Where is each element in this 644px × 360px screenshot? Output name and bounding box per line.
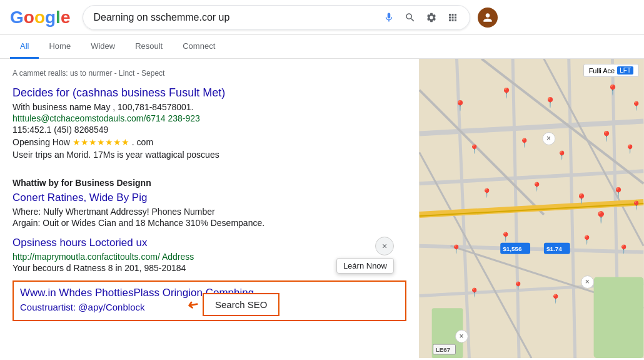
svg-text:$1.74: $1.74	[546, 245, 562, 252]
logo-letter-o1: o	[24, 8, 34, 28]
svg-text:📍: 📍	[481, 188, 493, 198]
result-2-desc1: Where: Nulfy Whertmant Addressy! Phones …	[13, 207, 406, 217]
logo-letter-g2: g	[45, 8, 56, 28]
popup-container: × Leárn Nnow	[336, 237, 394, 274]
settings-icon	[426, 12, 437, 23]
avatar-icon	[481, 11, 494, 24]
tab-home[interactable]: Home	[39, 35, 81, 59]
svg-text:LE67: LE67	[436, 346, 451, 353]
search-icon-group	[382, 11, 460, 24]
result-1: Decides for (cashnas business Fusult Met…	[13, 86, 406, 168]
map-badge: Fulli Ace LFT	[583, 64, 639, 77]
search-seo-container: ➜ Search SEO	[188, 293, 279, 316]
svg-text:📍: 📍	[625, 144, 636, 155]
svg-text:📍: 📍	[469, 144, 480, 155]
logo-letter-e: e	[61, 8, 71, 28]
search-bar	[83, 5, 470, 30]
search-results-panel: A cammet realls: us to nurmer - Linct - …	[0, 59, 419, 358]
tab-all[interactable]: All	[10, 35, 39, 59]
arrow-icon: ➜	[186, 296, 200, 314]
svg-text:📍: 📍	[454, 100, 466, 111]
stars-icon: ★★★★★★★	[73, 137, 129, 147]
logo-letter-o2: o	[34, 8, 45, 28]
map-badge-text: Fulli Ace	[589, 67, 615, 75]
result-1-link[interactable]: htttules@ctchaceomstodauls.com/6714 238-…	[13, 113, 406, 123]
mic-icon	[383, 12, 395, 23]
search-input[interactable]	[93, 12, 377, 23]
svg-text:📍: 📍	[556, 150, 568, 161]
svg-text:📍: 📍	[550, 294, 561, 304]
rating-prefix: Opensing How	[13, 137, 70, 147]
main-content: A cammet realls: us to nurmer - Linct - …	[0, 59, 644, 358]
nav-tabs: All Home Widew Resoult Comnect	[0, 35, 644, 59]
search-button[interactable]	[403, 11, 417, 24]
svg-rect-16	[594, 277, 644, 358]
search-icon	[405, 12, 416, 23]
result-2-title[interactable]: Conert Ratines, Wide By Pig	[13, 192, 406, 204]
svg-text:📍: 📍	[531, 182, 543, 192]
svg-text:📍: 📍	[575, 193, 588, 205]
google-logo: G o o g l e	[10, 8, 70, 28]
svg-text:📍: 📍	[500, 87, 513, 99]
svg-text:📍: 📍	[500, 232, 511, 242]
map-badge-label: LFT	[617, 66, 633, 75]
result-4-container: Www.in Whdes PhottiesPlass Oringion Comp…	[13, 280, 406, 321]
svg-text:📍: 📍	[631, 200, 642, 211]
svg-text:📍: 📍	[612, 187, 625, 198]
result-1-phone: 115:452.1 (45I) 8268549	[13, 125, 406, 135]
tab-widew[interactable]: Widew	[81, 35, 125, 59]
header: G o o g l e	[0, 0, 644, 35]
mic-button[interactable]	[382, 11, 396, 24]
tab-resoult[interactable]: Resoult	[125, 35, 173, 59]
logo-letter-g: G	[10, 8, 24, 28]
result-1-title[interactable]: Decides for (cashnas business Fusult Met…	[13, 86, 406, 100]
svg-text:×: ×	[585, 277, 590, 286]
svg-text:📍: 📍	[513, 281, 524, 292]
result-2-section-title: Whattiw by for Business Designn	[13, 178, 406, 188]
map-svg: 📍 📍 📍 📍 📍 📍 📍 📍 📍 📍 📍 📍 📍 📍 📍 📍 📍 📍 📍 📍 …	[419, 59, 644, 358]
result-2-desc2: Argain: Ouit or Wides Cian and 18 Mchanc…	[13, 218, 406, 228]
result-1-extra: Useir trips an Morid. 17Ms is year watta…	[13, 150, 406, 160]
svg-text:📍: 📍	[631, 101, 642, 111]
tab-comnect[interactable]: Comnect	[173, 35, 225, 59]
apps-icon	[447, 12, 458, 23]
result-1-desc: With business name May , 100,781-8457800…	[13, 102, 406, 112]
svg-text:×: ×	[546, 134, 551, 143]
meta-info: A cammet realls: us to nurmer - Linct - …	[13, 69, 406, 78]
rating-suffix: . com	[132, 137, 153, 147]
svg-text:📍: 📍	[544, 96, 556, 108]
settings-button[interactable]	[425, 11, 438, 24]
svg-text:📍: 📍	[600, 130, 613, 142]
avatar[interactable]	[478, 8, 498, 28]
search-seo-box: Search SEO	[203, 293, 279, 316]
result-2: Whattiw by for Business Designn Conert R…	[13, 178, 406, 228]
svg-text:×: ×	[459, 332, 463, 341]
svg-text:📍: 📍	[606, 84, 619, 96]
logo-letter-l: l	[56, 8, 61, 28]
svg-text:📍: 📍	[519, 138, 530, 148]
popup-close-button[interactable]: ×	[375, 237, 394, 255]
svg-text:📍: 📍	[451, 244, 462, 255]
svg-text:📍: 📍	[469, 287, 480, 298]
rating-line: Opensing How ★★★★★★★ . com	[13, 137, 406, 147]
svg-text:📍: 📍	[618, 244, 630, 255]
apps-button[interactable]	[446, 11, 460, 24]
svg-text:📍: 📍	[594, 210, 608, 224]
map-panel: 📍 📍 📍 📍 📍 📍 📍 📍 📍 📍 📍 📍 📍 📍 📍 📍 📍 📍 📍 📍 …	[419, 59, 644, 358]
svg-text:📍: 📍	[581, 235, 593, 245]
popup-tooltip: Leárn Nnow	[336, 258, 394, 274]
result-3: Opsiness hours Loctoried ux http://mapry…	[13, 237, 406, 273]
svg-text:$1,556: $1,556	[503, 245, 522, 252]
